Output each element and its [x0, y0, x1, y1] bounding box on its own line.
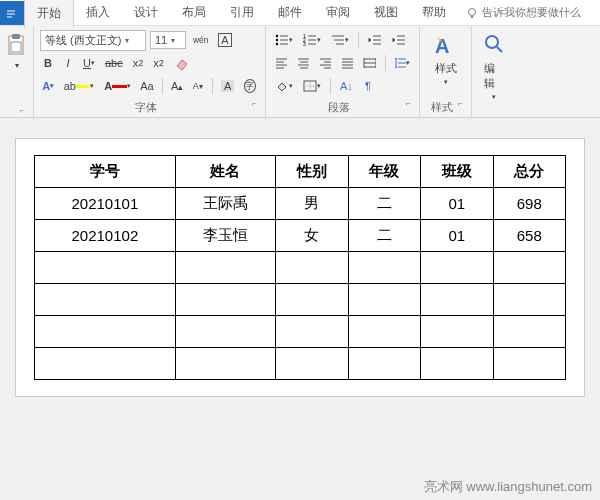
table-cell[interactable] — [175, 316, 275, 348]
table-cell[interactable] — [276, 348, 348, 380]
table-cell[interactable] — [493, 284, 566, 316]
table-cell[interactable] — [421, 316, 493, 348]
table-cell[interactable] — [35, 316, 176, 348]
clipboard-launcher[interactable]: ⌐ — [6, 105, 27, 115]
table-row[interactable]: 20210101王际禹男二01698 — [35, 188, 566, 220]
subscript-button[interactable]: x2 — [130, 54, 147, 72]
table-row[interactable] — [35, 348, 566, 380]
change-case-button[interactable]: Aa — [138, 77, 156, 95]
table-cell[interactable]: 20210101 — [35, 188, 176, 220]
table-cell[interactable] — [493, 348, 566, 380]
enclose-char-button[interactable]: 字 — [241, 77, 259, 95]
italic-button[interactable]: I — [60, 54, 76, 72]
styles-button[interactable]: A 样式▾ — [426, 29, 465, 90]
char-shading-button[interactable]: A — [219, 77, 237, 95]
distributed-button[interactable] — [360, 54, 378, 72]
table-cell[interactable] — [35, 252, 176, 284]
th-grade[interactable]: 年级 — [348, 156, 420, 188]
th-total[interactable]: 总分 — [493, 156, 566, 188]
line-spacing-button[interactable]: ▾ — [391, 54, 413, 72]
tab-references[interactable]: 引用 — [218, 0, 266, 26]
table-cell[interactable] — [421, 252, 493, 284]
table-cell[interactable]: 李玉恒 — [175, 220, 275, 252]
multilevel-button[interactable]: ▾ — [328, 31, 352, 49]
align-right-button[interactable] — [316, 54, 334, 72]
th-gender[interactable]: 性别 — [276, 156, 348, 188]
table-cell[interactable] — [35, 284, 176, 316]
table-cell[interactable]: 20210102 — [35, 220, 176, 252]
table-cell[interactable]: 01 — [421, 220, 493, 252]
table-cell[interactable] — [348, 284, 420, 316]
student-table[interactable]: 学号 姓名 性别 年级 班级 总分 20210101王际禹男二016982021… — [34, 155, 566, 380]
table-row[interactable] — [35, 252, 566, 284]
file-tab[interactable] — [0, 1, 24, 25]
tab-mail[interactable]: 邮件 — [266, 0, 314, 26]
table-cell[interactable]: 女 — [276, 220, 348, 252]
text-effects-button[interactable]: A ▾ — [40, 77, 57, 95]
superscript-button[interactable]: x2 — [150, 54, 167, 72]
shading-button[interactable]: ▾ — [272, 77, 296, 95]
table-cell[interactable]: 658 — [493, 220, 566, 252]
th-name[interactable]: 姓名 — [175, 156, 275, 188]
tab-design[interactable]: 设计 — [122, 0, 170, 26]
th-class[interactable]: 班级 — [421, 156, 493, 188]
underline-button[interactable]: U ▾ — [80, 54, 98, 72]
grow-font-icon[interactable]: A▴ — [169, 77, 186, 95]
char-border-button[interactable]: A — [215, 31, 234, 49]
font-name-combo[interactable]: 等线 (西文正文)▾ — [40, 30, 146, 51]
table-cell[interactable]: 男 — [276, 188, 348, 220]
tell-me-search[interactable]: 告诉我你想要做什么 — [466, 5, 581, 20]
table-cell[interactable] — [493, 252, 566, 284]
tab-help[interactable]: 帮助 — [410, 0, 458, 26]
editing-button[interactable]: 编辑▾ — [478, 29, 510, 105]
decrease-indent-button[interactable] — [365, 31, 385, 49]
table-row[interactable] — [35, 284, 566, 316]
align-center-button[interactable] — [294, 54, 312, 72]
table-cell[interactable] — [421, 348, 493, 380]
table-cell[interactable] — [348, 348, 420, 380]
font-color-button[interactable]: A▾ — [101, 77, 134, 95]
bullets-button[interactable]: ▾ — [272, 31, 296, 49]
borders-button[interactable]: ▾ — [300, 77, 324, 95]
table-cell[interactable] — [421, 284, 493, 316]
th-id[interactable]: 学号 — [35, 156, 176, 188]
table-cell[interactable] — [175, 348, 275, 380]
align-justify-button[interactable] — [338, 54, 356, 72]
table-cell[interactable] — [348, 316, 420, 348]
table-cell[interactable]: 01 — [421, 188, 493, 220]
table-cell[interactable] — [276, 252, 348, 284]
highlight-button[interactable]: ab▾ — [61, 77, 98, 95]
tab-view[interactable]: 视图 — [362, 0, 410, 26]
font-size-combo[interactable]: 11▾ — [150, 31, 186, 49]
tab-insert[interactable]: 插入 — [74, 0, 122, 26]
tab-start[interactable]: 开始 — [24, 0, 74, 28]
tab-layout[interactable]: 布局 — [170, 0, 218, 26]
table-cell[interactable] — [35, 348, 176, 380]
table-cell[interactable] — [276, 316, 348, 348]
increase-indent-button[interactable] — [389, 31, 409, 49]
table-cell[interactable]: 王际禹 — [175, 188, 275, 220]
grow-font-button[interactable]: wén — [190, 31, 211, 49]
numbering-button[interactable]: 123▾ — [300, 31, 324, 49]
bold-button[interactable]: B — [40, 54, 56, 72]
tab-review[interactable]: 审阅 — [314, 0, 362, 26]
shrink-font-icon[interactable]: A▾ — [190, 77, 206, 95]
table-cell[interactable] — [276, 284, 348, 316]
align-left-button[interactable] — [272, 54, 290, 72]
table-cell[interactable]: 二 — [348, 220, 420, 252]
table-cell[interactable] — [493, 316, 566, 348]
table-cell[interactable]: 二 — [348, 188, 420, 220]
sort-button[interactable]: A↓ — [337, 77, 356, 95]
show-marks-button[interactable]: ¶ — [360, 77, 376, 95]
paragraph-launcher[interactable]: ⌐ — [406, 98, 413, 115]
clear-format-button[interactable] — [171, 54, 193, 72]
table-row[interactable] — [35, 316, 566, 348]
styles-launcher[interactable]: ⌐ — [458, 98, 465, 115]
paste-button[interactable]: ▾ — [6, 29, 27, 74]
table-cell[interactable] — [175, 252, 275, 284]
table-row[interactable]: 20210102李玉恒女二01658 — [35, 220, 566, 252]
table-cell[interactable]: 698 — [493, 188, 566, 220]
font-launcher[interactable]: ⌐ — [252, 98, 259, 115]
table-cell[interactable] — [348, 252, 420, 284]
strikethrough-button[interactable]: abc — [102, 54, 126, 72]
